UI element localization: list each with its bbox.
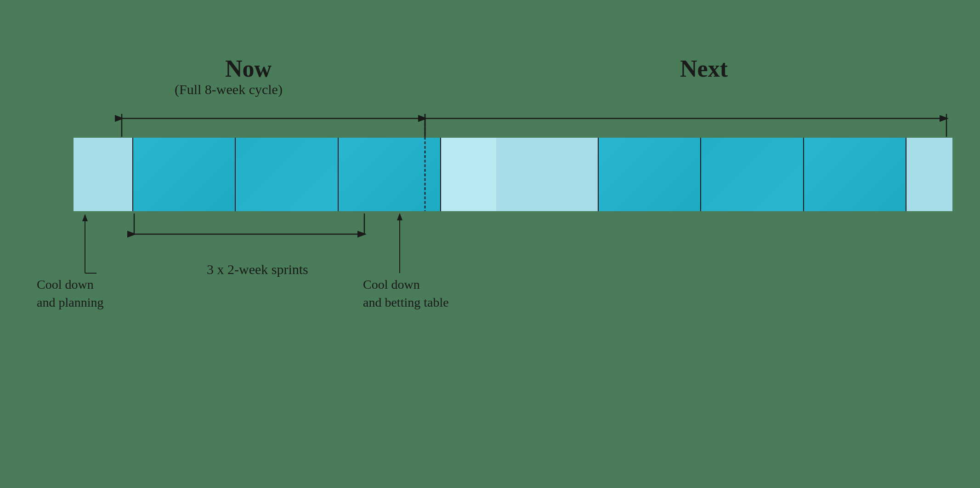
seg-sprint3 [339, 138, 441, 211]
seg-next1 [496, 138, 599, 211]
label-cooldown1: Cool down and planning [37, 275, 103, 311]
seg-cooldown-bet [441, 138, 496, 211]
label-next: Next [680, 55, 728, 82]
label-now: Now [225, 55, 272, 82]
seg-next3 [701, 138, 804, 211]
annotations-svg [0, 0, 980, 488]
label-sprints: 3 x 2-week sprints [207, 262, 308, 277]
canvas: Now (Full 8-week cycle) Next 3 x 2-week … [0, 0, 980, 488]
seg-next-end [906, 138, 952, 211]
label-now-sub: (Full 8-week cycle) [175, 82, 283, 97]
seg-sprint1 [133, 138, 236, 211]
seg-next2 [599, 138, 701, 211]
seg-next4 [804, 138, 906, 211]
label-cooldown2: Cool down and betting table [363, 275, 449, 311]
timeline-bar [74, 138, 952, 211]
seg-sprint2 [236, 138, 338, 211]
seg-cooldown-now [74, 138, 133, 211]
